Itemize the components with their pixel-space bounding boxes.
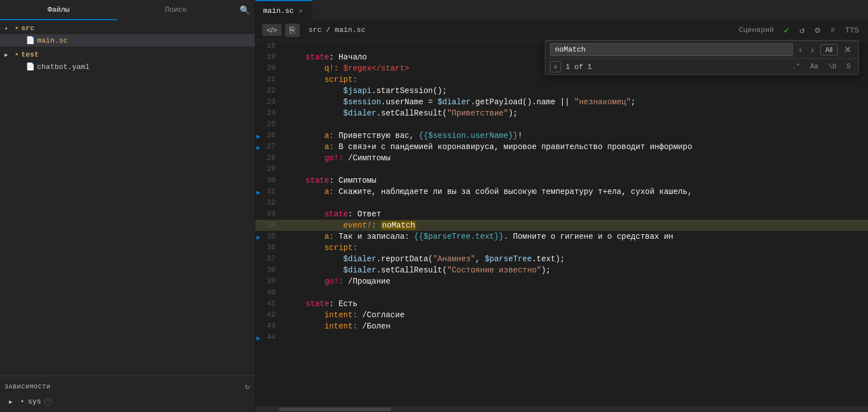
line-content: state: Есть bbox=[282, 298, 868, 309]
line-number: 43 bbox=[255, 321, 282, 332]
sidebar-tab-files[interactable]: Файлы bbox=[0, 0, 117, 20]
search-next-btn[interactable]: › bbox=[808, 44, 816, 56]
line-content: a: Скажите, наблюдаете ли вы за собой вы… bbox=[282, 186, 868, 197]
table-row: 36 script: bbox=[255, 242, 868, 253]
line-number: 29 bbox=[255, 164, 282, 175]
table-row: 40 bbox=[255, 287, 868, 298]
table-row: 38 $dialer.setCallResult("Состояние изве… bbox=[255, 265, 868, 276]
search-count: 1 of 1 bbox=[566, 63, 592, 71]
scenario-label: Сценарий bbox=[737, 25, 776, 35]
code-view-btn[interactable]: </> bbox=[262, 24, 282, 36]
line-number: ▶27 bbox=[255, 141, 282, 152]
sidebar-tab-search[interactable]: Поиск bbox=[117, 0, 235, 20]
scrollbar-h-thumb[interactable] bbox=[279, 408, 391, 411]
table-row: 32 bbox=[255, 197, 868, 209]
sidebar-item-main-sc[interactable]: 📄 main.sc bbox=[0, 34, 255, 47]
tab-main-sc[interactable]: main.sc ✕ bbox=[255, 0, 313, 20]
tab-label: main.sc bbox=[263, 7, 294, 15]
table-row: 37 $dialer.reportData("Анамнез", $parseT… bbox=[255, 253, 868, 265]
line-content bbox=[282, 332, 868, 343]
table-row: 34 event!: noMatch bbox=[255, 220, 868, 231]
tab-close-btn[interactable]: ✕ bbox=[297, 7, 305, 15]
table-row: 33 state: Ответ bbox=[255, 209, 868, 220]
play-arrow-icon: ▶ bbox=[256, 187, 260, 198]
table-row: 29 bbox=[255, 164, 868, 175]
sidebar: Файлы Поиск 🔍 ▾ ▪ src 📄 main.sc bbox=[0, 0, 255, 412]
table-row: 22 $jsapi.startSession(); bbox=[255, 85, 868, 96]
play-arrow-icon: ▶ bbox=[256, 142, 260, 154]
line-number: ▶44 bbox=[255, 332, 282, 343]
search-expand-btn[interactable]: + bbox=[550, 61, 561, 72]
search-toggle-btn[interactable]: ⌕ bbox=[828, 24, 837, 36]
code-editor[interactable]: 18 19 state: Начало 20 q!: $regex</start… bbox=[255, 40, 868, 406]
tab-bar: main.sc ✕ bbox=[255, 0, 868, 20]
dependencies-header: Зависимости ↻ bbox=[4, 379, 250, 394]
help-icon[interactable]: ? bbox=[44, 398, 52, 406]
editor-content-wrapper: ‹ › All ✕ + 1 of 1 .* Aa \b S bbox=[255, 40, 868, 412]
line-content: $jsapi.startSession(); bbox=[282, 85, 868, 96]
line-number: 18 bbox=[255, 40, 282, 52]
editor-area: main.sc ✕ </> ⎘ src / main.sc Сценарий ✓… bbox=[255, 0, 868, 412]
sidebar-item-src[interactable]: ▾ ▪ src bbox=[0, 22, 255, 34]
play-arrow-icon: ▶ bbox=[256, 131, 260, 142]
line-number: ▶31 bbox=[255, 186, 282, 197]
deps-item-sys[interactable]: ▶ ▪ sys ? bbox=[4, 396, 250, 408]
line-number: 33 bbox=[255, 209, 282, 220]
line-number: 19 bbox=[255, 52, 282, 63]
line-content bbox=[282, 119, 868, 130]
search-options-row: + 1 of 1 .* Aa \b S bbox=[545, 59, 858, 75]
table-row: 24 $dialer.setCallResult("Приветствие"); bbox=[255, 108, 868, 119]
table-row: ▶27 a: В связ+и с пандемией коронавируса… bbox=[255, 141, 868, 152]
line-number: 22 bbox=[255, 85, 282, 96]
word-option-btn[interactable]: \b bbox=[825, 62, 839, 72]
search-input-row: ‹ › All ✕ bbox=[545, 41, 858, 59]
table-row: 41 state: Есть bbox=[255, 298, 868, 309]
search-input[interactable] bbox=[550, 43, 793, 56]
search-all-btn[interactable]: All bbox=[820, 44, 838, 55]
table-row: 25 bbox=[255, 119, 868, 130]
table-row: 43 intent: /Болен bbox=[255, 321, 868, 332]
play-arrow-icon: ▶ bbox=[256, 232, 260, 243]
folder-icon: ▪ bbox=[15, 50, 19, 59]
breadcrumb: src / main.sc bbox=[309, 26, 365, 34]
folder-icon: ▪ bbox=[15, 24, 19, 33]
line-content bbox=[282, 287, 868, 298]
line-content: go!: /Симптомы bbox=[282, 152, 868, 164]
sidebar-item-chatbot-yaml[interactable]: 📄 chatbot.yaml bbox=[0, 61, 255, 73]
table-row: ▶31 a: Скажите, наблюдаете ли вы за собо… bbox=[255, 186, 868, 197]
line-content bbox=[282, 164, 868, 175]
line-number: 21 bbox=[255, 74, 282, 85]
table-row: 30 state: Симптомы bbox=[255, 175, 868, 186]
line-content: go!: /Прощание bbox=[282, 276, 868, 287]
line-content: a: Так и записала: {{$parseTree.text}}. … bbox=[282, 231, 868, 242]
horizontal-scrollbar[interactable] bbox=[255, 406, 868, 412]
table-row: 28 go!: /Симптомы bbox=[255, 152, 868, 164]
search-close-btn[interactable]: ✕ bbox=[841, 43, 854, 56]
line-content: a: В связ+и с пандемией коронавируса, ми… bbox=[282, 141, 868, 152]
folder-icon: ▪ bbox=[20, 397, 25, 406]
check-btn[interactable]: ✓ bbox=[782, 24, 792, 37]
line-content: $dialer.setCallResult("Приветствие"); bbox=[282, 108, 868, 119]
undo-btn[interactable]: ↺ bbox=[797, 24, 807, 37]
line-number: 28 bbox=[255, 152, 282, 164]
search-icon-btn[interactable]: 🔍 bbox=[237, 4, 253, 16]
sidebar-item-test[interactable]: ▶ ▪ test bbox=[0, 49, 255, 61]
tts-btn[interactable]: TTS bbox=[843, 25, 861, 35]
line-number: 40 bbox=[255, 287, 282, 298]
regex-option-btn[interactable]: .* bbox=[789, 62, 803, 72]
graph-view-btn[interactable]: ⎘ bbox=[285, 24, 300, 37]
file-icon: 📄 bbox=[26, 36, 35, 45]
line-content bbox=[282, 197, 868, 209]
search-overlay: ‹ › All ✕ + 1 of 1 .* Aa \b S bbox=[545, 40, 859, 75]
case-option-btn[interactable]: Aa bbox=[807, 62, 821, 72]
table-row: ▶35 a: Так и записала: {{$parseTree.text… bbox=[255, 231, 868, 242]
settings-btn[interactable]: ⚙ bbox=[812, 24, 823, 37]
line-number: ▶35 bbox=[255, 231, 282, 242]
editor-header: </> ⎘ src / main.sc Сценарий ✓ ↺ ⚙ ⌕ TTS bbox=[255, 20, 868, 40]
search-prev-btn[interactable]: ‹ bbox=[796, 44, 805, 56]
editor-toolbar-right: Сценарий ✓ ↺ ⚙ ⌕ TTS bbox=[737, 24, 861, 37]
table-row: 39 go!: /Прощание bbox=[255, 276, 868, 287]
selection-option-btn[interactable]: S bbox=[843, 62, 854, 72]
line-number: ▶26 bbox=[255, 130, 282, 141]
refresh-icon[interactable]: ↻ bbox=[245, 382, 250, 391]
